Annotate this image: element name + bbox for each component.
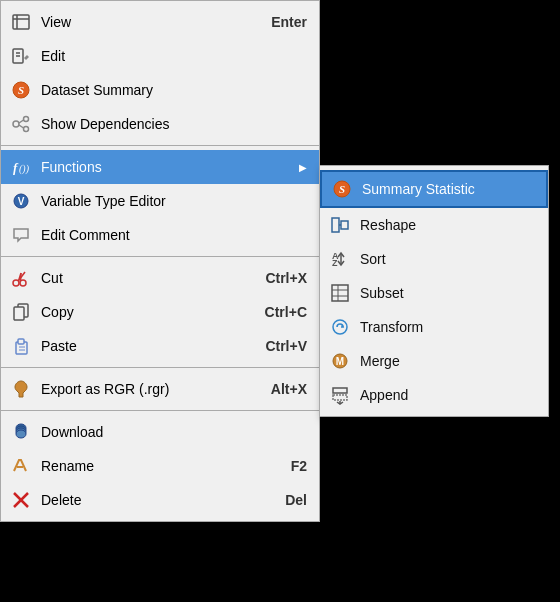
svg-text:V: V <box>18 196 25 207</box>
menu-item-cut[interactable]: Cut Ctrl+X <box>1 261 319 295</box>
delete-shortcut: Del <box>285 492 307 508</box>
menu-item-paste[interactable]: Paste Ctrl+V <box>1 329 319 363</box>
sort-icon: A Z <box>328 247 352 271</box>
submenu-item-merge[interactable]: M Merge <box>320 344 548 378</box>
main-context-menu: View Enter Edit S Dataset Summary <box>0 0 320 522</box>
edit-icon <box>9 44 33 68</box>
separator-4 <box>1 410 319 411</box>
menu-item-delete[interactable]: Delete Del <box>1 483 319 517</box>
svg-point-17 <box>13 280 19 286</box>
edit-label: Edit <box>41 48 307 64</box>
submenu-item-transform[interactable]: Transform <box>320 310 548 344</box>
svg-text:Z: Z <box>332 258 338 268</box>
subset-label: Subset <box>360 285 536 301</box>
view-icon <box>9 10 33 34</box>
menu-item-rename[interactable]: Rename F2 <box>1 449 319 483</box>
menu-item-copy[interactable]: Copy Ctrl+C <box>1 295 319 329</box>
separator-1 <box>1 145 319 146</box>
subset-icon <box>328 281 352 305</box>
svg-text:S: S <box>339 183 345 195</box>
svg-rect-38 <box>341 221 348 229</box>
summary-statistic-label: Summary Statistic <box>362 181 534 197</box>
append-icon <box>328 383 352 407</box>
menu-item-show-dependencies[interactable]: Show Dependencies <box>1 107 319 141</box>
menu-item-edit[interactable]: Edit <box>1 39 319 73</box>
submenu-item-append[interactable]: Append <box>320 378 548 412</box>
menu-item-view[interactable]: View Enter <box>1 5 319 39</box>
functions-icon: f ()) <box>9 155 33 179</box>
separator-2 <box>1 256 319 257</box>
submenu-arrow-icon: ▶ <box>299 162 307 173</box>
deps-icon <box>9 112 33 136</box>
paste-label: Paste <box>41 338 245 354</box>
svg-rect-37 <box>332 218 339 232</box>
paste-icon <box>9 334 33 358</box>
svg-line-12 <box>19 125 24 128</box>
menu-item-edit-comment[interactable]: Edit Comment <box>1 218 319 252</box>
menu-item-dataset-summary[interactable]: S Dataset Summary <box>1 73 319 107</box>
variable-type-editor-label: Variable Type Editor <box>41 193 307 209</box>
delete-label: Delete <box>41 492 265 508</box>
svg-line-11 <box>19 120 24 123</box>
delete-icon <box>9 488 33 512</box>
svg-text:()): ()) <box>19 163 30 175</box>
svg-rect-0 <box>13 15 29 29</box>
submenu-item-subset[interactable]: Subset <box>320 276 548 310</box>
functions-label: Functions <box>41 159 291 175</box>
svg-rect-50 <box>333 388 347 393</box>
view-shortcut: Enter <box>271 14 307 30</box>
menu-item-variable-type-editor[interactable]: V Variable Type Editor <box>1 184 319 218</box>
copy-icon <box>9 300 33 324</box>
transform-label: Transform <box>360 319 536 335</box>
cut-shortcut: Ctrl+X <box>265 270 307 286</box>
vartype-icon: V <box>9 189 33 213</box>
svg-point-8 <box>13 121 19 127</box>
submenu-item-summary-statistic[interactable]: S Summary Statistic <box>320 170 548 208</box>
edit-comment-label: Edit Comment <box>41 227 307 243</box>
export-label: Export as RGR (.rgr) <box>41 381 251 397</box>
svg-point-47 <box>333 320 347 334</box>
merge-icon: M <box>328 349 352 373</box>
copy-label: Copy <box>41 304 245 320</box>
separator-3 <box>1 367 319 368</box>
sort-label: Sort <box>360 251 536 267</box>
comment-icon <box>9 223 33 247</box>
show-dependencies-label: Show Dependencies <box>41 116 307 132</box>
dataset-icon: S <box>9 78 33 102</box>
export-shortcut: Alt+X <box>271 381 307 397</box>
svg-point-31 <box>16 430 26 438</box>
submenu-item-sort[interactable]: A Z Sort <box>320 242 548 276</box>
svg-rect-23 <box>14 307 24 320</box>
transform-icon <box>328 315 352 339</box>
rename-icon <box>9 454 33 478</box>
paste-shortcut: Ctrl+V <box>265 338 307 354</box>
submenu-item-reshape[interactable]: Reshape <box>320 208 548 242</box>
merge-label: Merge <box>360 353 536 369</box>
rename-shortcut: F2 <box>291 458 307 474</box>
svg-text:S: S <box>18 84 24 96</box>
menu-item-download[interactable]: Download <box>1 415 319 449</box>
view-label: View <box>41 14 251 30</box>
svg-point-10 <box>24 127 29 132</box>
menu-item-export[interactable]: Export as RGR (.rgr) Alt+X <box>1 372 319 406</box>
svg-point-9 <box>24 117 29 122</box>
reshape-label: Reshape <box>360 217 536 233</box>
rename-label: Rename <box>41 458 271 474</box>
summary-icon: S <box>330 177 354 201</box>
download-icon <box>9 420 33 444</box>
reshape-icon <box>328 213 352 237</box>
dataset-summary-label: Dataset Summary <box>41 82 307 98</box>
svg-rect-43 <box>332 285 348 301</box>
functions-submenu: S Summary Statistic Reshape A Z Sort <box>319 165 549 417</box>
cut-icon <box>9 266 33 290</box>
copy-shortcut: Ctrl+C <box>265 304 307 320</box>
svg-rect-51 <box>333 395 347 400</box>
menu-item-functions[interactable]: f ()) Functions ▶ <box>1 150 319 184</box>
append-label: Append <box>360 387 536 403</box>
export-icon <box>9 377 33 401</box>
svg-rect-25 <box>18 339 24 344</box>
cut-label: Cut <box>41 270 245 286</box>
download-label: Download <box>41 424 307 440</box>
svg-text:M: M <box>336 356 344 367</box>
